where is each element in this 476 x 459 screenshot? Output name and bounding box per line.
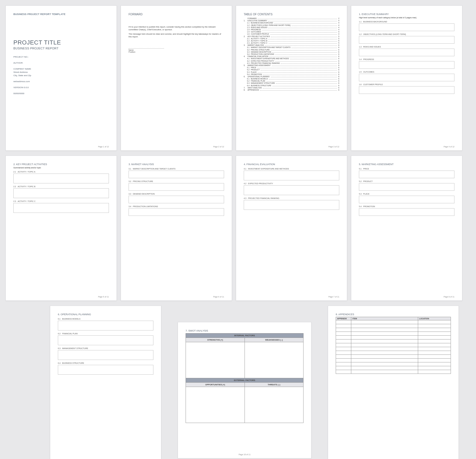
table-cell[interactable] [336,355,351,359]
table-cell[interactable] [351,343,418,347]
table-cell[interactable] [418,324,451,328]
text-input-box[interactable] [129,208,224,216]
text-input-box[interactable] [244,171,339,180]
table-cell[interactable] [336,347,351,351]
text-input-box[interactable] [359,171,454,178]
table-cell[interactable] [336,351,351,355]
table-cell[interactable] [351,370,418,374]
table-cell[interactable] [351,359,418,362]
subsection-label: 3.1MARKET DESCRIPTION AND TARGET CLIENTS [129,168,224,170]
table-row [336,320,451,324]
template-name: BUSINESS PROJECT REPORT TEMPLATE [13,13,109,16]
section-title: 7. SWOT ANALYSIS [186,329,304,332]
text-input-box[interactable] [244,200,339,210]
swot-strengths-header: STRENGTHS (+) [186,338,245,342]
author-label: AUTHOR: [13,61,109,65]
table-cell[interactable] [336,328,351,332]
table-cell[interactable] [336,370,351,374]
text-input-box[interactable] [359,74,454,81]
table-cell[interactable] [336,336,351,339]
table-cell[interactable] [418,355,451,359]
table-cell[interactable] [418,370,451,374]
table-cell[interactable] [418,362,451,366]
subsection-label: 1.1BUSINESS BACKGROUND [359,21,454,23]
text-input-box[interactable] [58,321,153,330]
table-cell[interactable] [418,351,451,355]
swot-weaknesses-cell[interactable] [245,342,304,378]
table-cell[interactable] [336,359,351,362]
toc-heading: TABLE OF CONTENTS [244,13,339,16]
text-input-box[interactable] [359,61,454,69]
forward-p2: The message here should be clear and con… [129,33,224,38]
text-input-box[interactable] [13,188,109,198]
date: 00/00/0000 [13,92,109,95]
table-cell[interactable] [336,339,351,343]
text-input-box[interactable] [58,350,153,360]
table-cell[interactable] [351,347,418,351]
subsection-label: 5.2PRODUCT [359,180,454,182]
page-footer: Page 4 of 12 [444,146,454,148]
table-cell[interactable] [336,332,351,336]
text-input-box[interactable] [58,335,153,345]
toc-entry: 3.MARKET ANALYSIS6 [244,44,339,46]
text-input-box[interactable] [58,365,153,375]
table-cell[interactable] [351,324,418,328]
text-input-box[interactable] [129,183,224,191]
toc-entry: 2.2ACTIVITY / TOPIC B5 [244,40,339,42]
subsection-label: 1.3RISKS AND ISSUES [359,46,454,48]
table-cell[interactable] [351,355,418,359]
table-cell[interactable] [418,336,451,339]
toc-entry: 6.1BUSINESS MODELS6 [244,78,339,80]
appendices-table: APPENDIX ITEM LOCATION [336,317,451,374]
table-cell[interactable] [336,362,351,366]
table-cell[interactable] [351,351,418,355]
text-input-box[interactable] [129,196,224,203]
text-input-box[interactable] [359,49,454,56]
table-cell[interactable] [351,336,418,339]
table-cell[interactable] [336,366,351,370]
subsection-label: 1.6CUSTOMER PROFILE [359,84,454,85]
table-cell[interactable] [351,366,418,370]
text-input-box[interactable] [359,36,454,44]
table-cell[interactable] [418,347,451,351]
table-cell[interactable] [351,339,418,343]
table-row [336,343,451,347]
table-cell[interactable] [336,324,351,328]
page-key-activities: 2. KEY PROJECT ACTIVITIES Summarized act… [5,156,117,301]
toc-entry: 6.OPERATIONAL PLANNING6 [244,76,339,78]
table-cell[interactable] [418,359,451,362]
toc-entry: 5.MARKETING ASSESSMENT6 [244,64,339,66]
table-cell[interactable] [418,366,451,370]
text-input-box[interactable] [129,171,224,178]
table-cell[interactable] [418,328,451,332]
table-cell[interactable] [351,332,418,336]
text-input-box[interactable] [13,174,109,183]
table-row [336,328,451,332]
table-cell[interactable] [351,328,418,332]
text-input-box[interactable] [359,208,454,216]
toc-entry: 6.3MANAGEMENT STRUCTURE6 [244,82,339,84]
table-cell[interactable] [418,339,451,343]
table-row [336,370,451,374]
toc-entry: 6.2FINANCIAL PLAN6 [244,80,339,82]
table-cell[interactable] [336,320,351,324]
subsection-label: 1.4PROGRESS [359,58,454,60]
table-cell[interactable] [351,362,418,366]
text-input-box[interactable] [359,183,454,191]
text-input-box[interactable] [359,86,454,94]
subsection-label: 5.1PRICE [359,168,454,170]
swot-opportunities-cell[interactable] [186,387,245,423]
swot-threats-cell[interactable] [245,387,304,423]
table-cell[interactable] [418,320,451,324]
table-cell[interactable] [418,343,451,347]
table-cell[interactable] [336,343,351,347]
text-input-box[interactable] [359,196,454,203]
table-cell[interactable] [418,332,451,336]
text-input-box[interactable] [244,185,339,195]
swot-strengths-cell[interactable] [186,342,245,378]
text-input-box[interactable] [359,23,454,31]
text-input-box[interactable] [13,203,109,213]
section-note: Summarized activity and/or topic [13,167,109,169]
table-cell[interactable] [351,320,418,324]
subsection-label: 3.4PRODUCTION LIMITATIONS [129,205,224,207]
